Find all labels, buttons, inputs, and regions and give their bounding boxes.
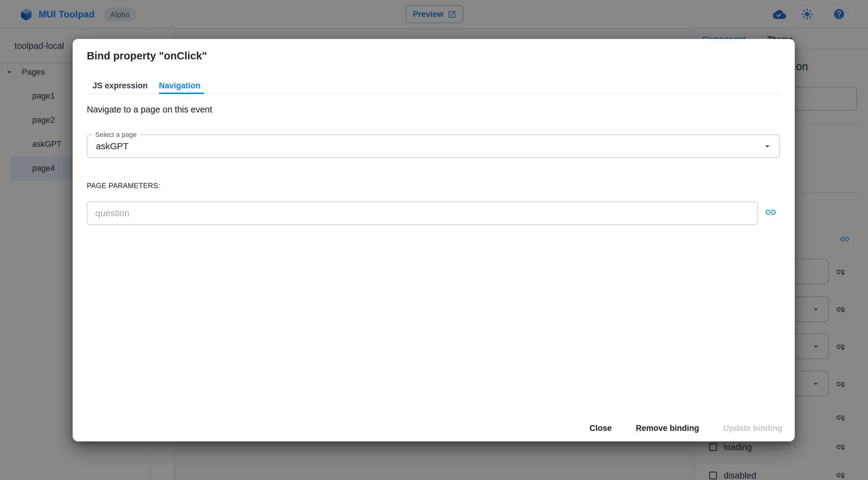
select-value: askGPT (96, 135, 128, 157)
update-binding-button[interactable]: Update binding (721, 424, 785, 433)
select-a-page-dropdown[interactable]: Select a page askGPT (87, 134, 780, 158)
dialog-description: Navigate to a page on this event (87, 104, 212, 115)
close-button[interactable]: Close (587, 424, 614, 433)
page-parameter-field (87, 202, 758, 225)
bind-property-dialog: Bind property "onClick" JS expression Na… (73, 39, 795, 442)
dropdown-caret-icon (762, 141, 773, 152)
tab-navigation[interactable]: Navigation (159, 81, 200, 90)
bind-parameter-link-icon[interactable] (765, 206, 777, 218)
remove-binding-button[interactable]: Remove binding (633, 424, 702, 433)
dialog-actions: Close Remove binding Update binding (587, 419, 785, 437)
page-parameters-heading: PAGE PARAMETERS: (87, 182, 160, 190)
tab-js-expression[interactable]: JS expression (93, 81, 148, 90)
app-root: MUI Toolpad Alpha Preview (0, 0, 868, 480)
question-input[interactable] (87, 202, 757, 224)
active-tab-indicator (159, 93, 204, 94)
dialog-title: Bind property "onClick" (87, 50, 207, 62)
